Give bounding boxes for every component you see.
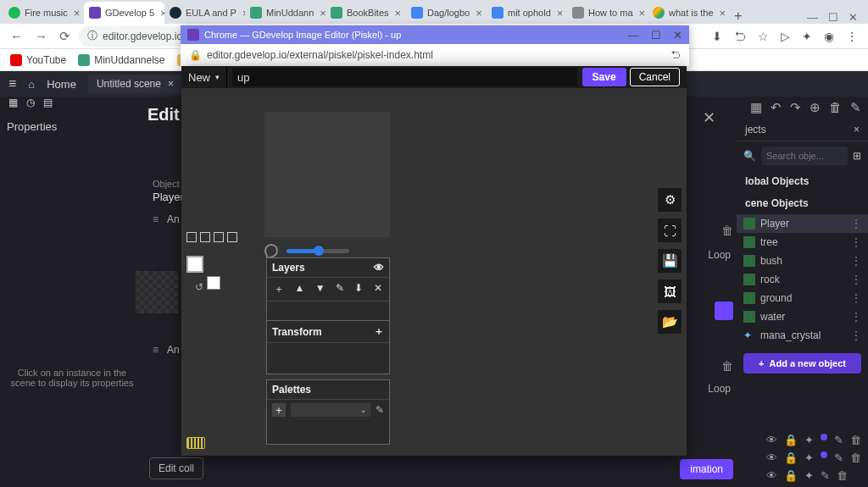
- extensions-icon[interactable]: ✦: [802, 30, 812, 43]
- home-link[interactable]: Home: [47, 78, 76, 91]
- resource-dropdown[interactable]: New: [181, 66, 227, 88]
- frame-thumbnail[interactable]: [186, 256, 203, 273]
- edit-icon[interactable]: ✎: [834, 451, 843, 464]
- add-palette-icon[interactable]: ＋: [272, 403, 286, 417]
- tab-minudd[interactable]: MinUddann×: [245, 2, 326, 24]
- more-icon[interactable]: ⋮: [851, 236, 861, 248]
- effects-icon[interactable]: ✦: [804, 469, 814, 482]
- add-folder-icon[interactable]: ⊞: [853, 150, 861, 162]
- home-icon[interactable]: ⌂: [28, 78, 35, 91]
- hamburger-icon[interactable]: ≡: [8, 76, 16, 91]
- plus-icon[interactable]: ＋: [374, 324, 384, 339]
- loop-label[interactable]: Loop: [708, 383, 731, 395]
- reload-icon[interactable]: ⟳: [59, 29, 70, 44]
- new-tab-button[interactable]: +: [728, 8, 748, 24]
- preview-size-buttons[interactable]: [186, 232, 237, 242]
- more-icon[interactable]: ⋮: [851, 311, 861, 323]
- tab-google[interactable]: what is the×: [648, 2, 728, 24]
- add-animation-button[interactable]: imation: [680, 459, 733, 479]
- grid-icon[interactable]: ▦: [750, 100, 762, 115]
- tab-gdevelop[interactable]: GDevelop 5×: [84, 2, 164, 24]
- import-icon[interactable]: 📂: [658, 310, 682, 334]
- object-item-water[interactable]: water⋮: [737, 307, 868, 326]
- export-icon[interactable]: 🖼: [658, 279, 682, 303]
- eye-icon[interactable]: 👁: [766, 434, 777, 446]
- save-button[interactable]: Save: [582, 68, 626, 86]
- cancel-button[interactable]: Cancel: [630, 68, 680, 86]
- edit-icon[interactable]: ✎: [821, 469, 830, 482]
- more-icon[interactable]: ⋮: [851, 218, 861, 230]
- resize-icon[interactable]: ⛶: [658, 219, 682, 242]
- share-icon[interactable]: ⮌: [670, 49, 681, 61]
- edit-collisions-button[interactable]: Edit coll: [149, 457, 203, 479]
- close-icon[interactable]: ×: [395, 7, 402, 19]
- loop-label[interactable]: Loop: [708, 249, 731, 261]
- merge-icon[interactable]: ⬇: [354, 282, 363, 296]
- effects-icon[interactable]: ✦: [804, 451, 814, 464]
- star-icon[interactable]: ☆: [758, 30, 769, 43]
- scene-tab[interactable]: Untitled scene×: [88, 75, 182, 93]
- grid-icon[interactable]: ▦: [8, 97, 18, 119]
- effects-icon[interactable]: ✦: [804, 434, 814, 446]
- edit-layer-icon[interactable]: ✎: [336, 282, 344, 296]
- close-icon[interactable]: ×: [168, 78, 174, 90]
- profile-icon[interactable]: ◉: [824, 30, 834, 43]
- tab-steam[interactable]: EULA and P×: [164, 2, 245, 24]
- eye-icon[interactable]: 👁: [766, 451, 777, 464]
- expand-button[interactable]: [715, 302, 733, 320]
- trash-icon[interactable]: 🗑: [850, 451, 861, 464]
- undo-icon[interactable]: ↶: [771, 100, 782, 115]
- object-item-rock[interactable]: rock⋮: [737, 270, 868, 289]
- trash-icon[interactable]: 🗑: [721, 224, 733, 237]
- eye-icon[interactable]: 👁: [766, 469, 777, 482]
- more-icon[interactable]: ⋮: [851, 329, 861, 341]
- close-icon[interactable]: ×: [74, 7, 81, 19]
- add-layer-icon[interactable]: ＋: [274, 282, 284, 296]
- lock-icon[interactable]: 🔒: [784, 469, 798, 482]
- menu-icon[interactable]: ⋮: [846, 30, 858, 43]
- sprite-name-input[interactable]: up: [232, 68, 577, 86]
- trash-icon[interactable]: 🗑: [850, 434, 861, 446]
- close-icon[interactable]: ✕: [673, 29, 682, 42]
- close-icon[interactable]: ×: [720, 7, 726, 19]
- lock-icon[interactable]: 🔒: [784, 434, 798, 446]
- zoom-slider[interactable]: [287, 249, 349, 253]
- move-up-icon[interactable]: ▲: [295, 282, 305, 296]
- object-item-tree[interactable]: tree⋮: [737, 233, 868, 252]
- edit-icon[interactable]: ✎: [834, 434, 843, 446]
- trash-icon[interactable]: 🗑: [829, 100, 842, 115]
- search-input[interactable]: Search obje...: [761, 147, 848, 165]
- objects-tab[interactable]: jects×: [737, 119, 868, 141]
- frame-thumbnail-secondary[interactable]: [207, 276, 220, 290]
- play-icon[interactable]: ▷: [781, 30, 790, 43]
- eye-icon[interactable]: 👁: [374, 262, 384, 274]
- tab-gdoc1[interactable]: Dag/logbo×: [406, 2, 487, 24]
- layers-icon[interactable]: ▤: [43, 97, 53, 119]
- close-icon[interactable]: ×: [476, 7, 482, 19]
- add-object-button[interactable]: +Add a new object: [743, 353, 861, 374]
- trash-icon[interactable]: 🗑: [837, 469, 848, 482]
- minimize-icon[interactable]: —: [628, 29, 639, 42]
- maximize-icon[interactable]: ☐: [651, 29, 661, 42]
- more-icon[interactable]: ⋮: [851, 274, 861, 285]
- close-icon[interactable]: ×: [557, 7, 564, 19]
- save-icon[interactable]: 💾: [658, 249, 682, 273]
- lock-icon[interactable]: 🔒: [784, 451, 798, 464]
- delete-layer-icon[interactable]: ✕: [374, 282, 382, 296]
- tab-howto[interactable]: How to ma×: [567, 2, 648, 24]
- edit-palette-icon[interactable]: ✎: [376, 404, 384, 416]
- close-icon[interactable]: ×: [854, 124, 860, 136]
- close-icon[interactable]: ×: [320, 7, 326, 19]
- tab-bookbites[interactable]: BookBites×: [326, 2, 406, 24]
- swap-icon[interactable]: ↺: [195, 281, 203, 293]
- object-item-ground[interactable]: ground⋮: [737, 289, 868, 307]
- canvas-preview[interactable]: [264, 112, 390, 237]
- close-window-icon[interactable]: ✕: [849, 11, 858, 24]
- more-icon[interactable]: ⋮: [851, 292, 861, 304]
- forward-icon[interactable]: →: [35, 29, 47, 44]
- popup-titlebar[interactable]: Chrome — GDevelop Image Editor (Piskel) …: [181, 25, 689, 44]
- more-icon[interactable]: ⋮: [851, 255, 861, 267]
- edit-icon[interactable]: ✎: [850, 100, 861, 115]
- redo-icon[interactable]: ↷: [790, 100, 801, 115]
- close-icon[interactable]: ×: [639, 7, 646, 19]
